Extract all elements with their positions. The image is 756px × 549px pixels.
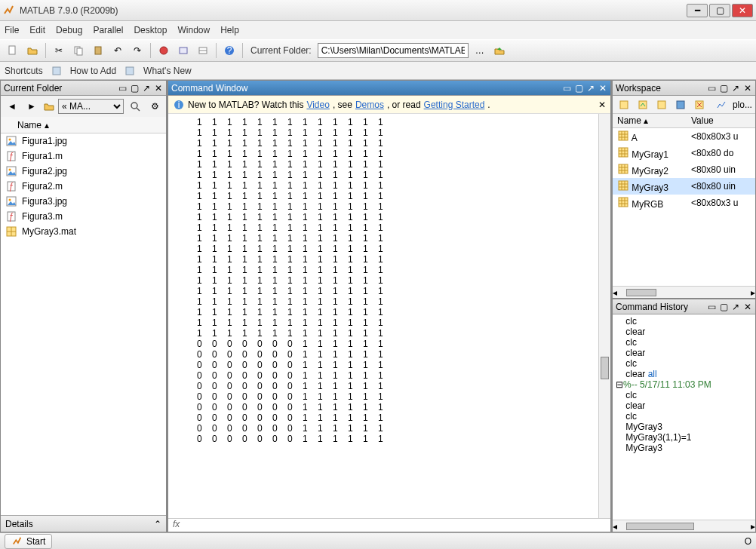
shortcut-link[interactable]: Shortcuts xyxy=(5,66,43,76)
menu-help[interactable]: Help xyxy=(220,25,239,35)
panel-minimize-icon[interactable]: ▭ xyxy=(562,84,571,93)
history-line[interactable]: clear all xyxy=(616,369,752,379)
panel-dock-icon[interactable]: ▢ xyxy=(574,84,583,93)
copy-icon[interactable] xyxy=(70,42,87,59)
panel-close-icon[interactable]: ✕ xyxy=(743,84,752,93)
menu-parallel[interactable]: Parallel xyxy=(93,25,123,35)
workspace-var-row[interactable]: MyGray2<80x80 uin xyxy=(613,161,755,178)
menu-debug[interactable]: Debug xyxy=(56,25,82,35)
import-icon[interactable] xyxy=(653,97,669,113)
back-icon[interactable]: ◄ xyxy=(4,98,20,115)
maximize-button[interactable]: ▢ xyxy=(709,4,730,17)
scroll-right-icon[interactable]: ▸ xyxy=(751,521,755,532)
help-icon[interactable]: ? xyxy=(221,42,238,59)
scroll-left-icon[interactable]: ◂ xyxy=(613,287,617,298)
history-line[interactable]: clc xyxy=(616,337,752,348)
redo-icon[interactable]: ↷ xyxy=(129,42,146,59)
demos-link[interactable]: Demos xyxy=(355,100,384,110)
fx-prompt[interactable]: fx xyxy=(168,518,610,532)
file-list[interactable]: Figura1.jpgƒFigura1.mFigura2.jpgƒFigura2… xyxy=(1,133,166,515)
search-icon[interactable] xyxy=(127,98,143,115)
undo-icon[interactable]: ↶ xyxy=(109,42,126,59)
open-folder-icon[interactable] xyxy=(24,42,41,59)
go-up-folder-icon[interactable] xyxy=(491,42,508,59)
file-item[interactable]: ƒFigura3.m xyxy=(1,209,166,224)
file-item[interactable]: Figura2.jpg xyxy=(1,164,166,179)
current-folder-input[interactable] xyxy=(318,43,469,58)
workspace-var-row[interactable]: MyGray3<80x80 uin xyxy=(613,178,755,195)
panel-maximize-icon[interactable]: ↗ xyxy=(142,84,151,93)
panel-maximize-icon[interactable]: ↗ xyxy=(731,84,740,93)
save-ws-icon[interactable] xyxy=(672,97,688,113)
panel-minimize-icon[interactable]: ▭ xyxy=(707,302,716,311)
file-item[interactable]: ƒFigura1.m xyxy=(1,149,166,164)
details-header[interactable]: Details ⌃ xyxy=(1,515,166,532)
scroll-left-icon[interactable]: ◂ xyxy=(613,521,617,532)
scrollbar-thumb[interactable] xyxy=(626,523,694,530)
folder-breadcrumb-select[interactable]: « MA... xyxy=(58,99,124,114)
history-line[interactable]: ⊟%-- 5/17/11 11:03 PM xyxy=(616,379,752,390)
panel-close-icon[interactable]: ✕ xyxy=(598,84,607,93)
paste-icon[interactable] xyxy=(90,42,106,59)
file-item[interactable]: ƒFigura2.m xyxy=(1,179,166,194)
simulink-icon[interactable] xyxy=(155,42,172,59)
details-expand-icon[interactable]: ⌃ xyxy=(154,519,161,529)
plot-icon[interactable] xyxy=(714,97,730,113)
panel-close-icon[interactable]: ✕ xyxy=(743,302,752,311)
scrollbar-thumb[interactable] xyxy=(626,289,656,296)
menu-desktop[interactable]: Desktop xyxy=(134,25,167,35)
file-item[interactable]: Figura3.jpg xyxy=(1,194,166,209)
command-window-body[interactable]: 1 1 1 1 1 1 1 1 1 1 1 1 1 1 1 1 1 1 1 1 … xyxy=(168,114,610,518)
gear-icon[interactable]: ⚙ xyxy=(146,98,163,115)
panel-minimize-icon[interactable]: ▭ xyxy=(118,84,127,93)
panel-dock-icon[interactable]: ▢ xyxy=(719,302,728,311)
history-line[interactable]: clear xyxy=(616,327,752,337)
new-var-icon[interactable] xyxy=(616,97,632,113)
sort-asc-icon[interactable]: ▴ xyxy=(45,120,49,130)
cut-icon[interactable]: ✂ xyxy=(51,42,67,59)
workspace-var-row[interactable]: A<80x80x3 u xyxy=(613,128,755,146)
vertical-scrollbar[interactable] xyxy=(598,114,610,518)
shortcut-link[interactable]: What's New xyxy=(143,66,192,76)
menu-file[interactable]: File xyxy=(5,25,19,35)
folder-dropdown-button[interactable]: … xyxy=(472,42,488,59)
history-line[interactable]: MyGray3 xyxy=(616,422,752,432)
file-item[interactable]: MyGray3.mat xyxy=(1,224,166,239)
ws-value-header[interactable]: Value xyxy=(687,114,755,128)
scroll-right-icon[interactable]: ▸ xyxy=(751,287,755,298)
panel-dock-icon[interactable]: ▢ xyxy=(719,84,728,93)
command-history-body[interactable]: clc clear clc clear clc clear all⊟%-- 5/… xyxy=(613,314,755,520)
history-line[interactable]: clc xyxy=(616,411,752,422)
profiler-icon[interactable] xyxy=(195,42,211,59)
panel-dock-icon[interactable]: ▢ xyxy=(130,84,139,93)
history-line[interactable]: clc xyxy=(616,390,752,400)
horizontal-scrollbar[interactable]: ◂ ▸ xyxy=(613,520,755,532)
forward-icon[interactable]: ► xyxy=(23,98,40,115)
menu-edit[interactable]: Edit xyxy=(29,25,45,35)
new-file-icon[interactable] xyxy=(5,42,21,59)
info-close-icon[interactable]: ✕ xyxy=(598,100,606,110)
minimize-button[interactable]: ━ xyxy=(687,4,708,17)
video-link[interactable]: Video xyxy=(306,100,329,110)
panel-maximize-icon[interactable]: ↗ xyxy=(731,302,740,311)
panel-minimize-icon[interactable]: ▭ xyxy=(707,84,716,93)
history-line[interactable]: clear xyxy=(616,348,752,358)
start-button[interactable]: Start xyxy=(5,534,52,549)
workspace-var-row[interactable]: MyGray1<80x80 do xyxy=(613,145,755,161)
guide-icon[interactable] xyxy=(175,42,192,59)
history-line[interactable]: clc xyxy=(616,316,752,327)
shortcut-link[interactable]: How to Add xyxy=(70,66,116,76)
file-list-header[interactable]: Name ▴ xyxy=(1,117,166,133)
scrollbar-thumb[interactable] xyxy=(601,357,609,379)
panel-maximize-icon[interactable]: ↗ xyxy=(586,84,595,93)
close-button[interactable]: ✕ xyxy=(732,4,753,17)
history-line[interactable]: MyGray3(1,1)=1 xyxy=(616,432,752,443)
file-item[interactable]: Figura1.jpg xyxy=(1,133,166,149)
workspace-var-row[interactable]: MyRGB<80x80x3 u xyxy=(613,195,755,211)
panel-close-icon[interactable]: ✕ xyxy=(154,84,163,93)
getting-started-link[interactable]: Getting Started xyxy=(424,100,485,110)
history-line[interactable]: clear xyxy=(616,400,752,411)
delete-var-icon[interactable] xyxy=(692,97,708,113)
open-var-icon[interactable] xyxy=(635,97,650,113)
history-line[interactable]: clc xyxy=(616,358,752,369)
